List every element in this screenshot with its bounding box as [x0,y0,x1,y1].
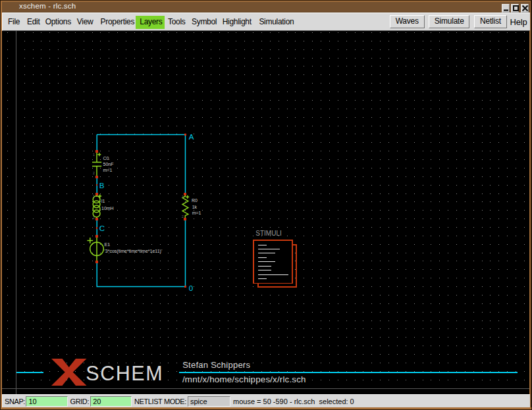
svg-text:SCHEM: SCHEM [86,362,163,384]
svg-text:50nF: 50nF [103,162,114,167]
svg-text:1: 1 [93,153,95,157]
svg-text:2: 2 [93,171,95,175]
svg-text:10mH: 10mH [101,206,114,211]
svg-text:m=1: m=1 [103,168,113,172]
svg-text:/mnt/x/home/schippes/x/rlc.sch: /mnt/x/home/schippes/x/rlc.sch [182,374,306,384]
svg-text:R0: R0 [192,198,198,203]
svg-text:m=1: m=1 [192,211,201,215]
svg-text:E1: E1 [105,242,111,247]
svg-text:'3*cos(time*time*time*1e11)': '3*cos(time*time*time*1e11)' [105,249,163,254]
svg-text:C: C [99,224,105,232]
svg-text:0: 0 [189,284,193,292]
svg-text:1: 1 [93,194,95,198]
svg-text:1: 1 [182,195,184,199]
svg-text:B: B [99,182,105,190]
svg-text:l1: l1 [101,199,105,203]
svg-text:STIMULI: STIMULI [255,230,281,237]
svg-text:Stefan Schippers: Stefan Schippers [182,360,250,370]
svg-text:1k: 1k [192,205,198,209]
svg-text:A: A [189,133,194,141]
svg-text:2: 2 [182,215,184,218]
svg-text:C0: C0 [103,156,109,161]
svg-text:2: 2 [93,216,95,220]
